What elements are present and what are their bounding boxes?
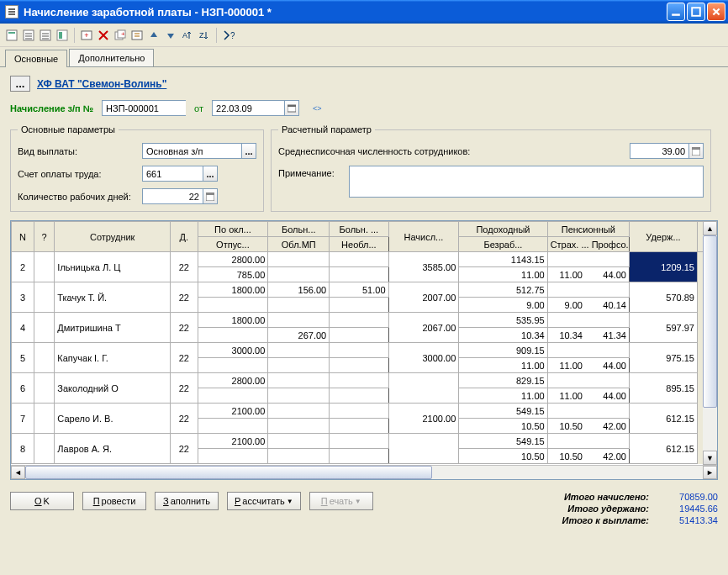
totals: Итого начислено:70859.00 Итого удержано:… bbox=[562, 492, 718, 527]
total-accrued-value: 70859.00 bbox=[659, 492, 718, 502]
scroll-right-icon[interactable]: ► bbox=[703, 466, 717, 479]
help-icon[interactable]: ? bbox=[222, 29, 235, 42]
svg-rect-3 bbox=[8, 32, 15, 34]
svg-rect-20 bbox=[206, 193, 214, 195]
days-calc-icon[interactable] bbox=[203, 188, 218, 204]
note-textarea[interactable] bbox=[349, 166, 704, 198]
acct-label: Счет оплаты труда: bbox=[18, 169, 135, 179]
vid-input[interactable] bbox=[142, 143, 241, 159]
col-str-prof[interactable]: Страх. ... Профсо... bbox=[547, 237, 629, 252]
vid-picker-button[interactable]: ... bbox=[241, 143, 256, 159]
svg-text:+: + bbox=[84, 31, 88, 40]
add-row-icon[interactable]: + bbox=[80, 29, 93, 42]
tool-icon-4[interactable] bbox=[55, 29, 69, 42]
tab-extra[interactable]: Дополнительно bbox=[69, 49, 154, 66]
note-label: Примечание: bbox=[278, 166, 346, 178]
copy-row-icon[interactable]: + bbox=[113, 29, 127, 42]
acct-picker-button[interactable]: ... bbox=[203, 166, 218, 182]
col-pen[interactable]: Пенсионный bbox=[547, 222, 629, 237]
svg-text:?: ? bbox=[230, 31, 235, 40]
ok-button[interactable]: OK bbox=[10, 492, 74, 510]
horizontal-scrollbar[interactable]: ◄ ► bbox=[11, 465, 717, 479]
move-up-icon[interactable] bbox=[147, 29, 161, 42]
pechat-button[interactable]: Печать▼ bbox=[309, 492, 373, 510]
move-down-icon[interactable] bbox=[164, 29, 177, 42]
svg-text:+: + bbox=[121, 30, 125, 38]
table-row[interactable]: 4Дмитришина Т221800.002067.00535.95597.9… bbox=[12, 313, 717, 328]
total-topay-value: 51413.34 bbox=[659, 515, 718, 525]
org-link[interactable]: ХФ ВАТ "Свемон-Волинь" bbox=[37, 78, 166, 90]
content: ... ХФ ВАТ "Свемон-Волинь" Начисление з/… bbox=[0, 67, 728, 485]
col-emp[interactable]: Сотрудник bbox=[55, 222, 171, 252]
svg-rect-0 bbox=[672, 13, 680, 15]
vid-label: Вид выплаты: bbox=[18, 146, 135, 156]
col-otp[interactable]: Отпус... bbox=[198, 237, 268, 252]
tabstrip: Основные Дополнительно bbox=[0, 47, 728, 67]
tab-main[interactable]: Основные bbox=[5, 50, 67, 67]
calendar-icon[interactable] bbox=[284, 100, 299, 116]
doc-number-label: Начисление з/п № bbox=[10, 103, 93, 113]
org-picker-button[interactable]: ... bbox=[10, 76, 30, 92]
table-row[interactable]: 5Капучак І. Г.223000.003000.00909.15975.… bbox=[12, 343, 717, 358]
col-bez[interactable]: Безраб... bbox=[459, 237, 547, 252]
col-obl[interactable]: Обл.МП bbox=[268, 237, 330, 252]
maximize-button[interactable] bbox=[687, 3, 705, 21]
provesti-button[interactable]: Провести bbox=[82, 492, 146, 510]
table-row[interactable]: 8Лавров А. Я.222100.00549.15612.15 bbox=[12, 434, 717, 449]
svg-text:Z: Z bbox=[199, 31, 204, 40]
col-nach[interactable]: Начисл... bbox=[388, 222, 459, 252]
group-main-legend: Основные параметры bbox=[18, 124, 119, 135]
group-calc-param: Расчетный параметр Среднесписочная числе… bbox=[271, 124, 711, 212]
acct-input[interactable] bbox=[142, 166, 203, 182]
col-d[interactable]: Д. bbox=[171, 222, 198, 252]
svg-rect-22 bbox=[692, 147, 700, 150]
edit-icon[interactable] bbox=[130, 29, 144, 42]
col-okl[interactable]: По окл... bbox=[198, 222, 268, 237]
table-row[interactable]: 7Сарело И. В.222100.002100.00549.15612.1… bbox=[12, 404, 717, 419]
col-ud[interactable]: Удерж... bbox=[629, 222, 697, 252]
col-pod[interactable]: Подоходный bbox=[459, 222, 547, 237]
table-row[interactable]: 2Ільницька Л. Ц222800.003585.001143.1512… bbox=[12, 252, 717, 267]
footer: OK Провести Заполнить Рассчитать▼ Печать… bbox=[0, 485, 728, 534]
total-withheld-value: 19445.66 bbox=[659, 504, 718, 514]
tool-icon-2[interactable] bbox=[22, 29, 35, 42]
avg-input[interactable] bbox=[630, 143, 688, 159]
svg-rect-2 bbox=[7, 30, 17, 40]
zapolnit-button[interactable]: Заполнить bbox=[155, 492, 219, 510]
col-neo[interactable]: Необл... bbox=[330, 237, 388, 252]
days-input[interactable] bbox=[142, 188, 203, 204]
group-main-params: Основные параметры Вид выплаты: ... Счет… bbox=[10, 124, 264, 212]
total-topay-label: Итого к выплате: bbox=[562, 515, 649, 525]
scroll-up-icon[interactable]: ▲ bbox=[703, 221, 717, 235]
table-row[interactable]: 6Заколодний О222800.00829.15895.15 bbox=[12, 373, 717, 388]
svg-text:A: A bbox=[182, 31, 187, 40]
vertical-scrollbar[interactable]: ▲ ▼ bbox=[703, 221, 717, 465]
svg-rect-7 bbox=[59, 32, 62, 39]
close-button[interactable] bbox=[707, 3, 725, 21]
scroll-left-icon[interactable]: ◄ bbox=[11, 466, 25, 479]
col-bol1[interactable]: Больн... bbox=[268, 222, 330, 237]
svg-rect-13 bbox=[132, 31, 142, 40]
titlebar: Начисление заработной платы - НЗП-000001… bbox=[0, 0, 728, 24]
scroll-down-icon[interactable]: ▼ bbox=[703, 451, 717, 465]
data-grid[interactable]: N ? Сотрудник Д. По окл... Больн... Боль… bbox=[10, 220, 718, 480]
minimize-button[interactable] bbox=[667, 3, 685, 21]
svg-rect-18 bbox=[288, 105, 296, 107]
doc-number-input[interactable] bbox=[102, 100, 186, 116]
doc-date-input[interactable] bbox=[212, 100, 284, 116]
delete-row-icon[interactable] bbox=[97, 29, 110, 42]
table-row[interactable]: 3Ткачук Т. Й.221800.00156.0051.002007.00… bbox=[12, 282, 717, 298]
period-nav-icon[interactable]: <> bbox=[313, 104, 322, 113]
col-bol2[interactable]: Больн. ... bbox=[330, 222, 388, 237]
col-q[interactable]: ? bbox=[34, 222, 55, 252]
tool-icon-1[interactable] bbox=[5, 29, 18, 42]
group-calc-legend: Расчетный параметр bbox=[278, 124, 375, 135]
days-label: Количество рабочих дней: bbox=[18, 192, 135, 202]
sort-desc-icon[interactable]: Z bbox=[198, 29, 211, 42]
rasschitat-button[interactable]: Рассчитать▼ bbox=[227, 492, 301, 510]
sort-asc-icon[interactable]: A bbox=[181, 29, 194, 42]
tool-icon-3[interactable] bbox=[39, 29, 52, 42]
col-n[interactable]: N bbox=[12, 222, 34, 252]
avg-label: Среднесписочная численность сотрудников: bbox=[278, 146, 623, 156]
avg-calc-icon[interactable] bbox=[688, 143, 704, 159]
